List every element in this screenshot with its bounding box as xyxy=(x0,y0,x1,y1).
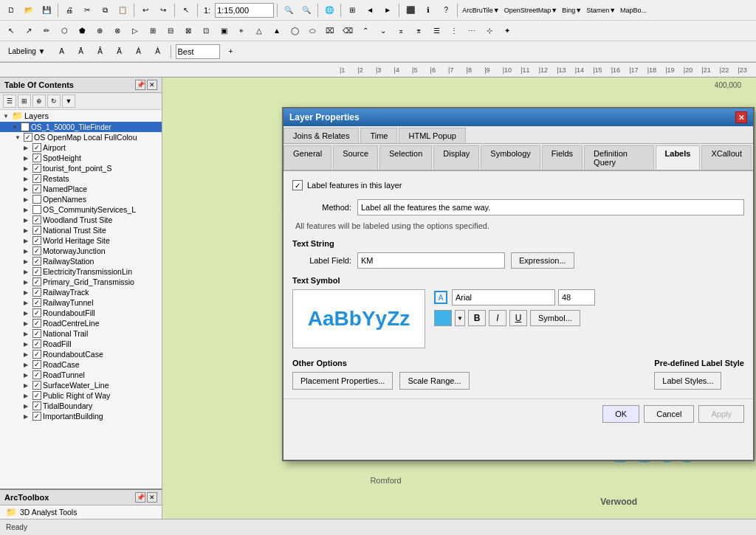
airport-checkbox[interactable] xyxy=(32,143,41,152)
best-select[interactable]: Best xyxy=(176,44,220,59)
layer-spotheight[interactable]: ▶ SpotHeight xyxy=(0,153,162,163)
os150000-checkbox[interactable] xyxy=(21,122,30,131)
tb2-btn6[interactable]: ⊕ xyxy=(92,23,108,39)
roadfill-checkbox[interactable] xyxy=(32,339,41,348)
spotheight-checkbox[interactable] xyxy=(32,153,41,162)
label-icon5[interactable]: Á xyxy=(131,44,147,60)
arctoolbox-pin-btn[interactable]: 📌 xyxy=(135,492,145,503)
tb2-btn22[interactable]: ⌄ xyxy=(375,23,391,39)
woodland-checkbox[interactable] xyxy=(32,215,41,224)
tab-xcallout[interactable]: XCallout xyxy=(701,145,752,170)
print-btn[interactable]: 🖨 xyxy=(61,2,78,18)
layer-railwaystation[interactable]: ▶ RailwayStation xyxy=(0,256,162,266)
tb2-btn1[interactable]: ↖ xyxy=(3,23,19,39)
tab-labels[interactable]: Labels xyxy=(656,145,701,170)
tb2-btn4[interactable]: ⬡ xyxy=(56,23,72,39)
tb2-btn3[interactable]: ✏ xyxy=(38,23,55,39)
tidalboundary-checkbox[interactable] xyxy=(32,401,41,410)
tb2-btn5[interactable]: ⬟ xyxy=(74,23,90,39)
toc-pin-btn[interactable]: 📌 xyxy=(135,80,145,90)
importantbuilding-checkbox[interactable] xyxy=(32,412,41,421)
tb2-btn9[interactable]: ⊞ xyxy=(145,23,161,39)
railwaystation-checkbox[interactable] xyxy=(32,257,41,266)
label-icon2[interactable]: Ā xyxy=(73,44,89,60)
worldheritage-checkbox[interactable] xyxy=(32,236,41,245)
placement-properties-btn[interactable]: Placement Properties... xyxy=(292,372,393,390)
layer-worldheritage[interactable]: ▶ World Heritage Site xyxy=(0,235,162,246)
nationaltrail-checkbox[interactable] xyxy=(32,329,41,338)
label-icon3[interactable]: Â xyxy=(92,44,109,60)
select-btn[interactable]: ⬛ xyxy=(402,2,419,18)
toc-refresh-btn[interactable]: ↻ xyxy=(47,94,61,108)
tab-display[interactable]: Display xyxy=(433,145,479,170)
railwaytunnel-checkbox[interactable] xyxy=(32,298,41,307)
layer-surfacewater[interactable]: ▶ SurfaceWater_Line xyxy=(0,380,162,390)
publicrow-checkbox[interactable] xyxy=(32,391,41,400)
railwaytrack-checkbox[interactable] xyxy=(32,288,41,297)
tb2-btn28[interactable]: ⊹ xyxy=(481,23,498,39)
grid-btn[interactable]: ⊞ xyxy=(344,2,360,18)
undo-btn[interactable]: ↩ xyxy=(137,2,154,18)
label-styles-btn[interactable]: Label Styles... xyxy=(654,372,721,390)
bold-btn[interactable]: B xyxy=(468,310,486,326)
layer-opennames[interactable]: ▶ OpenNames xyxy=(0,194,162,204)
tb2-btn7[interactable]: ⊗ xyxy=(109,23,126,39)
expression-btn[interactable]: Expression... xyxy=(511,252,574,269)
map-area[interactable]: SU00 400,000 MountAraratCottage Verwood … xyxy=(162,77,756,530)
layer-tourist[interactable]: ▶ tourist_font_point_S xyxy=(0,163,162,173)
roundaboutcase-checkbox[interactable] xyxy=(32,350,41,359)
tb2-btn15[interactable]: △ xyxy=(251,23,267,39)
cut-btn[interactable]: ✂ xyxy=(79,2,95,18)
zoom-in-btn[interactable]: 🔍 xyxy=(281,2,297,18)
layer-item-os150000[interactable]: ▼ OS_1_50000_TileFinder xyxy=(0,122,162,132)
pointer-btn[interactable]: ↖ xyxy=(178,2,194,18)
tb2-btn2[interactable]: ↗ xyxy=(21,23,37,39)
layer-tidalboundary[interactable]: ▶ TidalBoundary xyxy=(0,401,162,411)
tb2-btn17[interactable]: ◯ xyxy=(286,23,303,39)
tb2-btn23[interactable]: ⌅ xyxy=(393,23,409,39)
layer-railwaytunnel[interactable]: ▶ RailwayTunnel xyxy=(0,297,162,308)
label-icon1[interactable]: A xyxy=(54,44,70,60)
method-select[interactable]: Label all the features the same way. xyxy=(357,199,744,215)
tab-html-popup[interactable]: HTML Popup xyxy=(399,128,465,143)
tb2-btn13[interactable]: ▣ xyxy=(216,23,232,39)
layer-publicrow[interactable]: ▶ Public Right of Way xyxy=(0,390,162,401)
tab-selection[interactable]: Selection xyxy=(379,145,432,170)
new-btn[interactable]: 🗋 xyxy=(3,2,19,18)
paste-btn[interactable]: 📋 xyxy=(114,2,131,18)
label-add-btn[interactable]: + xyxy=(223,44,239,60)
zoom-out-btn[interactable]: 🔍 xyxy=(298,2,315,18)
tab-fields[interactable]: Fields xyxy=(542,145,583,170)
toc-close-btn[interactable]: ✕ xyxy=(147,80,157,90)
color-dropdown-arrow[interactable]: ▼ xyxy=(455,310,465,326)
italic-btn[interactable]: I xyxy=(489,310,506,326)
layer-roadcentreline[interactable]: ▶ RoadCentreLine xyxy=(0,318,162,328)
motorway-checkbox[interactable] xyxy=(32,246,41,255)
size-select[interactable]: 48 xyxy=(558,289,595,306)
namedplace-checkbox[interactable] xyxy=(32,184,41,193)
layer-roundaboutfill[interactable]: ▶ RoundaboutFill xyxy=(0,308,162,318)
tab-general[interactable]: General xyxy=(284,145,331,170)
layer-importantbuilding[interactable]: ▶ ImportantBuilding xyxy=(0,411,162,421)
dialog-close-btn[interactable]: ✕ xyxy=(735,111,747,123)
globe-btn[interactable]: 🌐 xyxy=(321,2,337,18)
oscommunity-checkbox[interactable] xyxy=(32,205,41,214)
scale-input[interactable]: 1:15,000 xyxy=(215,3,274,18)
primarygrid-checkbox[interactable] xyxy=(32,277,41,286)
layer-electricity[interactable]: ▶ ElectricityTransmissionLin xyxy=(0,266,162,277)
tb2-btn25[interactable]: ☰ xyxy=(428,23,444,39)
layer-airport[interactable]: ▶ Airport xyxy=(0,142,162,153)
redo-btn[interactable]: ↪ xyxy=(155,2,171,18)
tb2-btn19[interactable]: ⌧ xyxy=(322,23,338,39)
copy-btn[interactable]: ⧉ xyxy=(97,2,113,18)
layer-item-osopenmap[interactable]: ▼ OS OpenMap Local FullColou xyxy=(0,132,162,142)
layer-namedplace[interactable]: ▶ NamedPlace xyxy=(0,184,162,194)
arrow-left-btn[interactable]: ◄ xyxy=(362,2,378,18)
arctoolbox-close-btn[interactable]: ✕ xyxy=(147,492,157,503)
tb2-btn26[interactable]: ⋮ xyxy=(446,23,462,39)
arrow-right-btn[interactable]: ► xyxy=(379,2,396,18)
tb2-btn8[interactable]: ▷ xyxy=(127,23,143,39)
surfacewater-checkbox[interactable] xyxy=(32,381,41,390)
save-btn[interactable]: 💾 xyxy=(38,2,55,18)
label-icon4[interactable]: Ä xyxy=(111,44,128,60)
